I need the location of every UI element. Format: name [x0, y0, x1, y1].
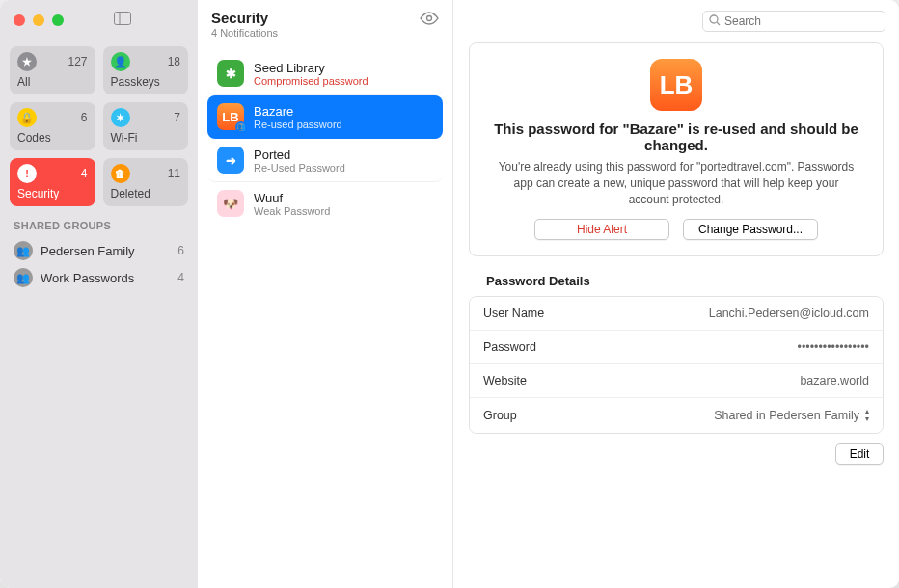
category-label: Passkeys	[111, 75, 181, 89]
shared-groups-header: SHARED GROUPS	[14, 220, 184, 231]
group-name: Pedersen Family	[41, 244, 170, 258]
edit-button[interactable]: Edit	[835, 443, 884, 465]
category-all[interactable]: ★127 All	[10, 46, 95, 94]
app-icon: ➜	[217, 147, 244, 174]
category-count: 18	[168, 55, 180, 68]
category-deleted[interactable]: 🗑11 Deleted	[103, 158, 189, 206]
item-name: Bazare	[254, 104, 342, 119]
category-wifi[interactable]: ✶7 Wi-Fi	[103, 102, 189, 150]
app-icon: 🐶	[217, 190, 244, 217]
alert-icon: !	[17, 164, 37, 183]
passwords-window: ★127 All 👤18 Passkeys 🔒6 Codes ✶7 Wi-Fi …	[0, 0, 899, 588]
row-key: Password	[483, 340, 536, 354]
close-window-button[interactable]	[14, 14, 25, 26]
popup-arrows-icon: ▴▾	[865, 408, 869, 423]
item-subtitle: Compromised password	[254, 75, 368, 87]
category-label: Security	[17, 187, 88, 200]
row-value: bazare.world	[800, 374, 869, 388]
item-subtitle: Re-Used Password	[254, 162, 345, 174]
item-name: Ported	[254, 147, 345, 162]
people-icon: 👥	[14, 268, 33, 287]
group-pedersen-family[interactable]: 👥 Pedersen Family 6	[10, 237, 188, 264]
category-codes[interactable]: 🔒6 Codes	[10, 102, 95, 150]
row-value: Shared in Pedersen Family	[714, 409, 859, 422]
app-icon-large: LB	[650, 59, 702, 111]
minimize-window-button[interactable]	[33, 14, 44, 26]
list-header: Security 4 Notifications	[198, 0, 452, 44]
alert-title: This password for "Bazare" is re-used an…	[487, 120, 865, 153]
alert-body: You're already using this password for "…	[493, 159, 859, 207]
row-password[interactable]: Password •••••••••••••••••	[470, 330, 883, 363]
row-website[interactable]: Website bazare.world	[470, 363, 883, 397]
zoom-window-button[interactable]	[52, 14, 64, 26]
column-subtitle: 4 Notifications	[211, 27, 278, 39]
row-key: Website	[483, 374, 527, 388]
svg-point-3	[710, 15, 718, 23]
item-subtitle: Weak Password	[254, 205, 330, 217]
category-label: Codes	[17, 131, 88, 145]
group-count: 6	[177, 244, 184, 257]
key-icon: 👤	[111, 52, 130, 71]
group-count: 4	[177, 271, 184, 284]
search-icon	[709, 14, 721, 29]
category-count: 4	[81, 167, 88, 180]
svg-line-4	[717, 22, 720, 25]
password-details-table: User Name Lanchi.Pedersen@icloud.com Pas…	[469, 296, 884, 434]
row-username[interactable]: User Name Lanchi.Pedersen@icloud.com	[470, 297, 883, 330]
category-label: Wi-Fi	[111, 131, 181, 145]
toggle-sidebar-icon[interactable]	[114, 12, 131, 29]
eye-icon[interactable]	[420, 12, 439, 29]
search-field[interactable]	[702, 11, 885, 32]
list-item-bazare[interactable]: LB 👥 Bazare Re-used password	[207, 95, 443, 139]
category-count: 7	[174, 111, 180, 124]
shared-badge-icon: 👥	[235, 121, 247, 133]
group-work-passwords[interactable]: 👥 Work Passwords 4	[10, 264, 188, 291]
row-key: User Name	[483, 307, 544, 320]
people-icon: 👥	[14, 241, 33, 260]
list-item-ported[interactable]: ➜ Ported Re-Used Password	[207, 139, 443, 182]
row-key: Group	[483, 409, 517, 422]
lock-icon: 🔒	[17, 108, 37, 127]
svg-rect-0	[115, 13, 131, 25]
security-alert-card: LB This password for "Bazare" is re-used…	[469, 42, 884, 256]
svg-point-2	[427, 16, 432, 21]
change-password-button[interactable]: Change Password...	[683, 219, 818, 240]
wifi-icon: ✶	[111, 108, 130, 127]
category-grid: ★127 All 👤18 Passkeys 🔒6 Codes ✶7 Wi-Fi …	[10, 46, 188, 206]
category-label: Deleted	[111, 187, 181, 200]
group-name: Work Passwords	[41, 271, 170, 285]
app-icon: LB 👥	[217, 103, 244, 130]
category-security[interactable]: !4 Security	[10, 158, 95, 206]
category-count: 6	[81, 111, 88, 124]
hide-alert-button[interactable]: Hide Alert	[534, 219, 669, 240]
item-name: Seed Library	[254, 61, 368, 75]
trash-icon: 🗑	[111, 164, 130, 183]
notification-list: ✱ Seed Library Compromised password LB 👥…	[198, 44, 452, 232]
detail-scroll: LB This password for "Bazare" is re-used…	[453, 42, 899, 480]
category-label: All	[17, 75, 88, 89]
row-group[interactable]: Group Shared in Pedersen Family ▴▾	[470, 397, 883, 433]
column-title: Security	[211, 10, 278, 26]
app-glyph: LB	[222, 110, 238, 124]
category-passkeys[interactable]: 👤18 Passkeys	[103, 46, 189, 94]
password-details-header: Password Details	[486, 274, 880, 288]
row-value: Lanchi.Pedersen@icloud.com	[709, 307, 869, 320]
window-controls	[10, 8, 188, 33]
notification-list-column: Security 4 Notifications ✱ Seed Library …	[198, 0, 453, 588]
toolbar	[453, 0, 899, 42]
row-value: •••••••••••••••••	[798, 340, 869, 354]
alert-buttons: Hide Alert Change Password...	[487, 219, 865, 240]
item-subtitle: Re-used password	[254, 119, 342, 130]
category-count: 11	[168, 167, 180, 180]
list-item-wuuf[interactable]: 🐶 Wuuf Weak Password	[207, 182, 443, 225]
category-count: 127	[68, 55, 87, 68]
sidebar: ★127 All 👤18 Passkeys 🔒6 Codes ✶7 Wi-Fi …	[0, 0, 198, 588]
detail-pane: LB This password for "Bazare" is re-used…	[453, 0, 899, 588]
list-item-seed-library[interactable]: ✱ Seed Library Compromised password	[207, 52, 443, 95]
item-name: Wuuf	[254, 191, 330, 205]
edit-row: Edit	[469, 443, 884, 465]
search-input[interactable]	[724, 14, 879, 28]
app-icon: ✱	[217, 60, 244, 87]
star-icon: ★	[17, 52, 37, 71]
group-popup[interactable]: Shared in Pedersen Family ▴▾	[714, 408, 869, 423]
